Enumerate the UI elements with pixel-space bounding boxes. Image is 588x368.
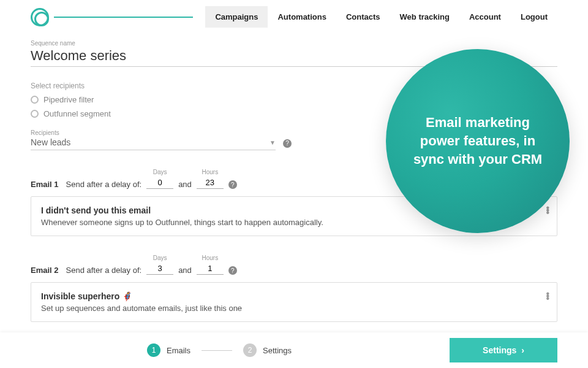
email-2-menu-icon[interactable]: ••• (546, 293, 549, 300)
chevron-right-icon: › (521, 345, 524, 355)
nav-account[interactable]: Account (459, 6, 511, 28)
email-2-card[interactable]: Invisible superhero 🦸‍♀️ Set up sequence… (31, 282, 557, 322)
sequence-name-label: Sequence name (31, 40, 557, 47)
radio-label: Outfunnel segment (43, 109, 111, 118)
settings-cta-button[interactable]: Settings › (450, 338, 557, 362)
help-icon[interactable]: ? (283, 139, 292, 148)
nav-logout[interactable]: Logout (511, 6, 557, 28)
email-2-title: Invisible superhero 🦸‍♀️ (41, 291, 547, 301)
email-1-days-input[interactable] (146, 177, 173, 189)
email-1-label: Email 1 (31, 180, 59, 189)
step-1[interactable]: 1 Emails (147, 343, 190, 357)
email-1-hours-input[interactable] (197, 177, 224, 189)
step-2-number-icon: 2 (243, 343, 257, 357)
email-1-menu-icon[interactable]: ••• (546, 207, 549, 214)
days-caption: Days (153, 255, 167, 261)
days-caption: Days (153, 169, 167, 175)
step-2[interactable]: 2 Settings (243, 343, 292, 357)
nav-automations[interactable]: Automations (268, 6, 336, 28)
recipients-select-value: New leads (31, 137, 262, 147)
cta-label: Settings (483, 345, 516, 355)
nav-web-tracking[interactable]: Web tracking (390, 6, 459, 28)
wizard-steps: 1 Emails 2 Settings (147, 343, 292, 357)
help-icon[interactable]: ? (228, 180, 237, 189)
top-header: Campaigns Automations Contacts Web track… (0, 0, 588, 31)
step-1-label: Emails (167, 346, 190, 355)
step-1-number-icon: 1 (147, 343, 160, 357)
and-label: and (178, 266, 192, 275)
step-connector (202, 350, 232, 351)
hours-caption: Hours (202, 169, 218, 175)
help-icon[interactable]: ? (228, 266, 237, 275)
send-after-label: Send after a delay of: (66, 266, 142, 275)
brand-logo-icon (31, 8, 49, 26)
hours-caption: Hours (202, 255, 218, 261)
email-2-delay-row: Email 2 Send after a delay of: Days and … (31, 255, 557, 275)
email-2-block: Email 2 Send after a delay of: Days and … (31, 255, 557, 322)
send-after-label: Send after a delay of: (66, 180, 142, 189)
email-2-label: Email 2 (31, 266, 59, 275)
main-nav: Campaigns Automations Contacts Web track… (205, 6, 557, 28)
footer-bar: 1 Emails 2 Settings Settings › (0, 332, 588, 368)
recipients-select[interactable]: New leads ▼ (31, 137, 276, 150)
email-2-days-input[interactable] (146, 263, 173, 275)
email-2-subtitle: Set up sequences and automate emails, ju… (41, 304, 547, 313)
radio-label: Pipedrive filter (43, 95, 94, 104)
step-2-label: Settings (263, 346, 292, 355)
chevron-down-icon: ▼ (270, 139, 276, 146)
and-label: and (178, 180, 192, 189)
promo-circle: Email marketing power features, in sync … (386, 49, 570, 233)
email-2-hours-input[interactable] (197, 263, 224, 275)
nav-contacts[interactable]: Contacts (336, 6, 390, 28)
promo-text: Email marketing power features, in sync … (410, 113, 545, 168)
nav-campaigns[interactable]: Campaigns (205, 6, 268, 28)
header-divider (54, 17, 193, 18)
radio-icon (31, 96, 39, 104)
radio-icon (31, 110, 39, 118)
